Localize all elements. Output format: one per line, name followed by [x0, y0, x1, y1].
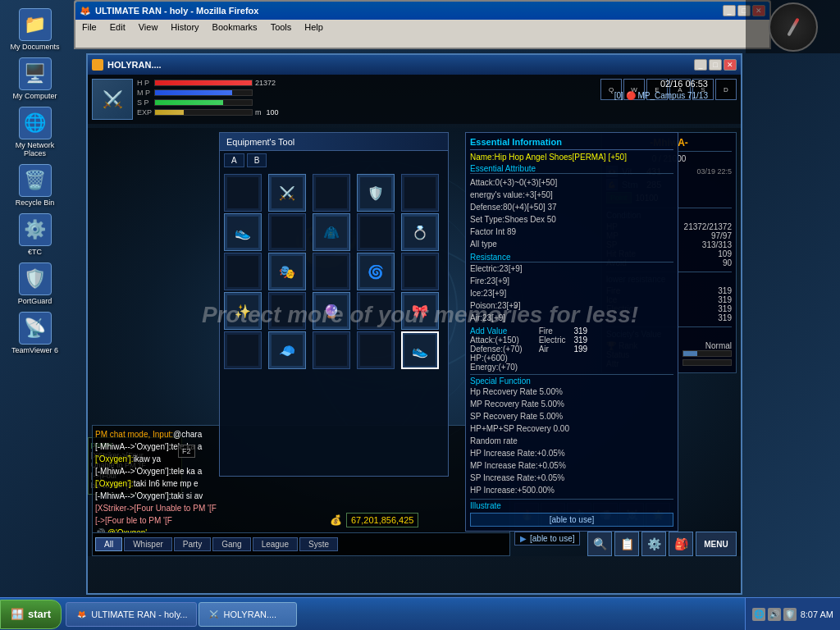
equip-slot-24[interactable] — [357, 331, 395, 369]
item-air-val: Air 199 — [539, 345, 587, 354]
game-close-button[interactable]: ✕ — [724, 59, 737, 71]
desktop-icon-mydocs[interactable]: 📁 My Documents — [8, 8, 62, 51]
mp-bar — [154, 89, 253, 96]
equip-btn-b[interactable]: B — [247, 153, 267, 167]
equip-slot-4[interactable]: 🛡️ — [357, 174, 395, 212]
desktop-icon-recycle[interactable]: 🗑️ Recycle Bin — [8, 164, 62, 207]
mp-bar-row: M P — [137, 89, 596, 97]
item-resistances: Electric:23[+9] Fire:23[+9] Ice:23[+9] P… — [470, 262, 673, 324]
chat-tab-system[interactable]: Syste — [299, 537, 338, 551]
desktop-icon-teamviewer[interactable]: 📡 TeamViewer 6 — [8, 312, 62, 354]
game-title-icon — [92, 59, 103, 71]
equip-slot-20[interactable]: 🎀 — [401, 292, 439, 330]
equip-slot-highlighted[interactable]: 👟 — [401, 331, 439, 369]
firefox-menu-edit[interactable]: Edit — [107, 22, 128, 32]
equip-slot-9[interactable] — [357, 213, 395, 251]
firefox-menu-bookmarks[interactable]: Bookmarks — [210, 22, 260, 32]
mydocs-label: My Documents — [10, 43, 59, 51]
firefox-menu-tools[interactable]: Tools — [268, 22, 294, 32]
chat-speaker-5: [-MhiwA-->'Oxygen']: — [95, 491, 171, 500]
action-icon-3[interactable]: 🎒 — [669, 532, 693, 556]
resistance-ice-value: 319 — [718, 295, 732, 304]
action-icon-2[interactable]: ⚙️ — [641, 532, 666, 556]
desktop-icon-network[interactable]: 🌐 My Network Places — [8, 107, 62, 158]
equip-btn-a[interactable]: A — [224, 153, 244, 167]
firefox-menu-history[interactable]: History — [168, 22, 201, 32]
hp-label: H P — [137, 79, 152, 87]
equip-slot-8[interactable]: 🧥 — [313, 213, 350, 251]
quickslot-d[interactable]: D — [715, 79, 737, 100]
equip-slot-1[interactable] — [224, 174, 262, 212]
equip-slot-6[interactable]: 👟 — [224, 213, 262, 251]
equip-slot-17[interactable] — [268, 292, 306, 330]
chat-speaker-3: [-MhiwA-->'Oxygen']: — [95, 467, 171, 476]
equip-slot-21[interactable] — [224, 331, 262, 369]
society-status-bar — [682, 350, 732, 357]
exp-bar — [154, 109, 253, 116]
item-electric-label: Electric — [539, 336, 566, 345]
taskbar-game-label: HOLYRAN.... — [224, 609, 277, 619]
game-window-controls: _ □ ✕ — [694, 59, 737, 71]
equip-slot-19[interactable] — [357, 292, 395, 330]
compass — [769, 2, 818, 52]
equip-slot-23[interactable] — [313, 331, 350, 369]
item-energy-bonus: Energy:(+70) — [470, 363, 523, 372]
sp-label: S P — [137, 98, 152, 107]
firefox-menu-file[interactable]: File — [80, 22, 99, 32]
equip-slot-7[interactable] — [268, 213, 306, 251]
game-minimize-button[interactable]: _ — [694, 59, 707, 71]
recycle-icon: 🗑️ — [19, 164, 52, 197]
equip-slot-14[interactable]: 🌀 — [357, 253, 395, 290]
chat-text-3: tele ka a — [171, 467, 202, 476]
exp-bar-row: EXP m 100 — [137, 108, 596, 116]
desktop-icon-mycomputer[interactable]: 🖥️ My Computer — [8, 57, 62, 100]
equip-slot-10[interactable]: 💍 — [401, 213, 439, 251]
sp-bar-row: S P — [137, 98, 596, 107]
equip-slot-12[interactable]: 🎭 — [268, 253, 306, 290]
chat-tab-league[interactable]: League — [253, 537, 298, 551]
chat-tab-all[interactable]: All — [95, 537, 122, 551]
equip-slot-22[interactable]: 🧢 — [268, 331, 306, 369]
exp-percent: 100 — [267, 108, 279, 116]
action-icon-1[interactable]: 📋 — [614, 532, 639, 556]
equip-slot-18[interactable]: 🔮 — [313, 292, 350, 330]
desktop-icon-portguard[interactable]: 🛡️ PortGuard — [8, 262, 62, 305]
item-special-6: MP Increase Rate:+0.05% — [470, 459, 673, 472]
equip-slot-2[interactable]: ⚔️ — [268, 174, 306, 212]
chat-tab-gang[interactable]: Gang — [212, 537, 250, 551]
fkey-display: F2 — [178, 445, 195, 458]
equip-slot-13[interactable] — [313, 253, 350, 290]
item-info-attrs: Attack:0(+3)~0(+3)[+50] energy's value:+… — [470, 176, 673, 250]
action-icon-0[interactable]: 🔍 — [587, 532, 612, 556]
equip-slot-3[interactable] — [313, 174, 350, 212]
start-button[interactable]: 🪟 start — [0, 600, 62, 629]
item-air-label: Air — [539, 345, 549, 354]
equip-slot-15[interactable] — [401, 253, 439, 290]
equip-slot-11[interactable] — [224, 253, 262, 290]
char-portrait: ⚔️ — [92, 79, 133, 120]
item-resistance-label: Resistance — [470, 253, 673, 262]
firefox-menu-view[interactable]: View — [136, 22, 161, 32]
chat-tab-party[interactable]: Party — [174, 537, 211, 551]
firefox-title-text: ULTIMATE RAN - holy - Mozilla Firefox — [95, 6, 258, 16]
desktop-icon-etc[interactable]: ⚙️ €TC — [8, 213, 62, 256]
equip-slot-16[interactable]: ✨ — [224, 292, 262, 330]
item-electric-val: Electric 319 — [539, 336, 587, 345]
chat-text-7: [->[Four ble to PM '[F — [95, 516, 172, 525]
equip-slot-5[interactable] — [401, 174, 439, 212]
taskbar-item-game[interactable]: ⚔️ HOLYRAN.... — [199, 602, 297, 627]
menu-button[interactable]: MENU — [696, 532, 737, 556]
item-resist-2: Ice:23[+9] — [470, 287, 673, 299]
firefox-menu-help[interactable]: Help — [302, 22, 326, 32]
chat-tab-whisper[interactable]: Whisper — [124, 537, 172, 551]
firefox-minimize-button[interactable]: _ — [723, 5, 736, 16]
chat-speaker-8: @'Oxygen' — [107, 528, 147, 532]
item-special-3: HP+MP+SP Recovery 0.00 — [470, 422, 673, 435]
item-info-title: Essential Information — [470, 137, 673, 150]
chat-msg-8: 🔊 @'Oxygen' — [95, 527, 507, 532]
chat-text-4: taki In6 kme mp e — [134, 479, 199, 488]
taskbar-item-firefox[interactable]: 🦊 ULTIMATE RAN - holy... — [66, 602, 196, 627]
portguard-icon: 🛡️ — [19, 262, 52, 295]
game-maximize-button[interactable]: □ — [709, 59, 722, 71]
able-to-use-text: [able to use] — [530, 534, 574, 543]
